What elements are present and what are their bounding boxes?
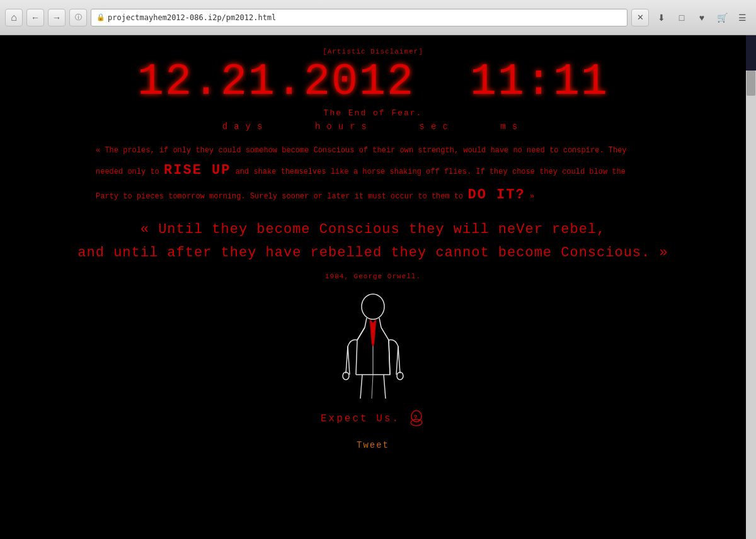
pocket-icon[interactable]: ♥	[693, 9, 711, 26]
anonymous-figure	[338, 293, 408, 400]
svg-line-2	[379, 318, 381, 327]
cart-icon[interactable]: 🛒	[713, 9, 731, 26]
ms-label: ms	[500, 122, 524, 132]
browser-right-controls: ⬇ □ ♥ 🛒 ☰	[653, 9, 751, 26]
main-quote-line2: and until after they have rebelled they …	[77, 241, 668, 264]
svg-text:?: ?	[413, 414, 419, 421]
days-label: days	[222, 122, 269, 132]
svg-line-6	[372, 375, 373, 399]
svg-line-1	[365, 318, 367, 327]
hours-label: hours	[315, 122, 373, 132]
scrollbar-thumb[interactable]	[747, 71, 755, 96]
expect-us-text: Expect Us.	[321, 413, 400, 424]
lock-icon: 🔒	[96, 13, 105, 21]
main-quote-line1: « Until they become Conscious they will …	[77, 218, 668, 241]
attribution-text: 1984, George Orwell.	[325, 273, 421, 280]
clock-display: 12.21.2012 11:11	[137, 60, 609, 105]
figure-svg	[338, 293, 408, 400]
tweet-link[interactable]: Tweet	[357, 440, 389, 450]
forward-button[interactable]: →	[48, 9, 66, 26]
quote-text-3: »	[525, 192, 534, 201]
main-quote: « Until they become Conscious they will …	[77, 218, 668, 265]
body-quote: « The proles, if only they could somehow…	[96, 144, 650, 208]
end-of-fear-text: The End of Fear.	[324, 108, 423, 118]
expect-us-section: Expect Us. ?	[321, 410, 425, 428]
anon-logo-small: ?	[408, 410, 425, 428]
close-tab-button[interactable]: ✕	[631, 9, 649, 26]
sec-label: sec	[420, 122, 454, 132]
clock-digits: 12.21.2012 11:11	[137, 57, 609, 107]
do-it-text: DO IT?	[468, 187, 525, 203]
address-bar[interactable]: 🔒 projectmayhem2012-086.i2p/pm2012.html	[91, 9, 627, 26]
url-text: projectmayhem2012-086.i2p/pm2012.html	[108, 13, 276, 22]
info-button[interactable]: ⓘ	[69, 9, 87, 26]
rise-up-text: RISE UP	[164, 162, 231, 178]
artistic-disclaimer: [Artistic Disclaimer]	[323, 48, 423, 55]
download-icon[interactable]: ⬇	[653, 9, 670, 26]
home-button[interactable]: ⌂	[5, 9, 23, 26]
window-icon[interactable]: □	[673, 9, 690, 26]
scrollbar-track[interactable]	[746, 71, 756, 539]
back-button[interactable]: ←	[26, 9, 44, 26]
browser-toolbar: ⌂ ← → ⓘ 🔒 projectmayhem2012-086.i2p/pm20…	[0, 0, 756, 35]
svg-point-0	[362, 294, 384, 319]
page-content: [Artistic Disclaimer] 12.21.2012 11:11 T…	[0, 35, 746, 539]
countdown-labels: days hours sec ms	[222, 122, 524, 132]
menu-icon[interactable]: ☰	[733, 9, 751, 26]
